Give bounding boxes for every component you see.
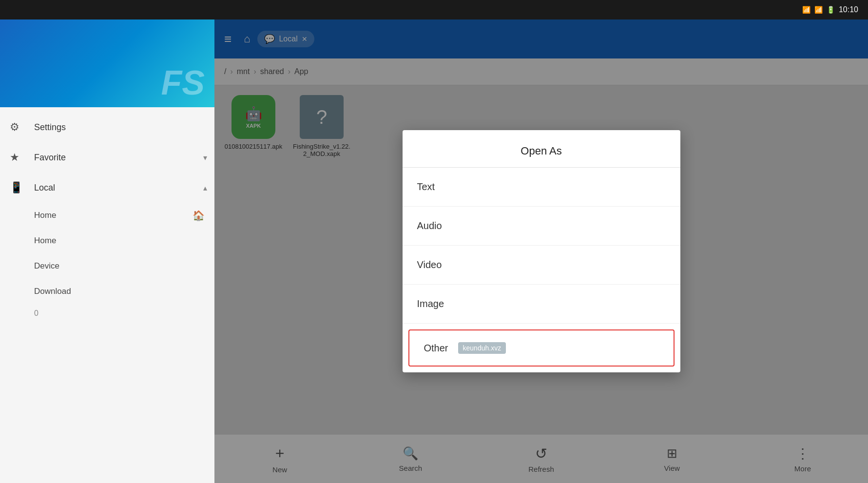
sidebar-sub-home2[interactable]: Home bbox=[0, 228, 214, 253]
local-icon: 📱 bbox=[10, 181, 27, 194]
sidebar-sub-download[interactable]: Download bbox=[0, 279, 214, 304]
sidebar: FS ⚙ Settings ★ Favorite ▾ 📱 Local ▴ Hom bbox=[0, 19, 214, 483]
signal-icon: 📶 bbox=[814, 6, 823, 14]
status-icons: 📶 📶 🔋 10:10 bbox=[802, 5, 858, 14]
dialog-option-other[interactable]: Other keunduh.xvz bbox=[408, 329, 675, 367]
dialog-title: Open As bbox=[403, 130, 680, 168]
dialog-option-text[interactable]: Text bbox=[403, 168, 680, 207]
dialog-option-image[interactable]: Image bbox=[403, 285, 680, 324]
sidebar-item-local[interactable]: 📱 Local ▴ bbox=[0, 173, 214, 203]
home1-icon: 🏠 bbox=[193, 210, 205, 221]
device-label: Device bbox=[34, 261, 59, 271]
sidebar-sub-device[interactable]: Device bbox=[0, 253, 214, 279]
app-container: FS ⚙ Settings ★ Favorite ▾ 📱 Local ▴ Hom bbox=[0, 19, 868, 483]
sidebar-item-settings[interactable]: ⚙ Settings bbox=[0, 112, 214, 142]
sidebar-item-favorite[interactable]: ★ Favorite ▾ bbox=[0, 142, 214, 173]
dialog-option-video[interactable]: Video bbox=[403, 246, 680, 285]
main-content: ≡ ⌂ 💬 Local ✕ / › mnt › shared › App 🤖 bbox=[214, 19, 868, 483]
local-label: Local bbox=[34, 183, 55, 193]
favorite-icon: ★ bbox=[10, 151, 27, 164]
home2-label: Home bbox=[34, 236, 56, 246]
download-label: Download bbox=[34, 287, 71, 296]
sidebar-nav: ⚙ Settings ★ Favorite ▾ 📱 Local ▴ Home 🏠 bbox=[0, 107, 214, 328]
settings-label: Settings bbox=[34, 122, 66, 133]
home1-label: Home bbox=[34, 211, 56, 220]
status-bar: 📶 📶 🔋 10:10 bbox=[0, 0, 868, 19]
sidebar-header: FS bbox=[0, 19, 214, 107]
other-label: Other bbox=[424, 343, 448, 354]
dialog-option-audio[interactable]: Audio bbox=[403, 207, 680, 246]
open-as-dialog: Open As Text Audio Video Image Other keu… bbox=[403, 130, 680, 372]
sidebar-sub-home1[interactable]: Home 🏠 bbox=[0, 203, 214, 228]
sidebar-counter: 0 bbox=[0, 304, 214, 323]
settings-icon: ⚙ bbox=[10, 121, 27, 134]
dialog-overlay[interactable]: Open As Text Audio Video Image Other keu… bbox=[214, 19, 868, 483]
other-badge: keunduh.xvz bbox=[458, 342, 506, 354]
battery-icon: 🔋 bbox=[827, 6, 835, 14]
wifi-icon: 📶 bbox=[802, 6, 810, 14]
favorite-arrow: ▾ bbox=[203, 153, 207, 162]
clock: 10:10 bbox=[839, 5, 858, 14]
favorite-label: Favorite bbox=[34, 153, 66, 163]
local-arrow: ▴ bbox=[203, 183, 207, 193]
sidebar-logo: FS bbox=[161, 63, 205, 102]
